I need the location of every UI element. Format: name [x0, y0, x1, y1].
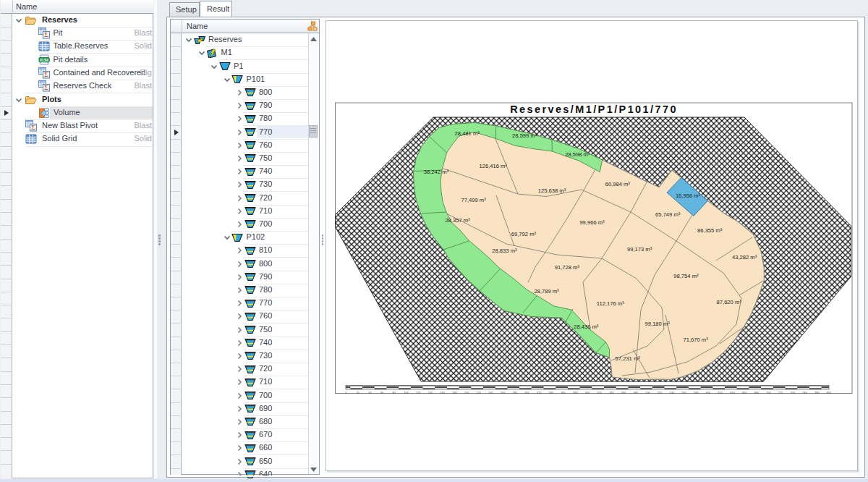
svg-text:125,638 m³: 125,638 m³ [538, 187, 566, 194]
svg-text:28,481 m³: 28,481 m³ [455, 130, 480, 137]
svg-text:320: 320 [537, 391, 542, 394]
svg-text:780: 780 [814, 391, 820, 394]
svg-text:220: 220 [476, 391, 481, 394]
svg-text:91,728 m³: 91,728 m³ [555, 264, 580, 271]
svg-text:28,598 m³: 28,598 m³ [565, 151, 590, 158]
svg-text:740: 740 [791, 391, 796, 394]
svg-text:460: 460 [621, 391, 626, 394]
svg-text:16,956 m³: 16,956 m³ [676, 193, 701, 199]
svg-text:280: 280 [512, 391, 517, 394]
svg-text:700: 700 [766, 391, 771, 394]
svg-text:480: 480 [633, 391, 638, 394]
svg-text:160: 160 [440, 391, 445, 394]
svg-text:800: 800 [827, 391, 832, 394]
svg-text:28,833 m³: 28,833 m³ [492, 248, 517, 254]
svg-text:20: 20 [356, 391, 359, 394]
svg-text:99,180 m³: 99,180 m³ [645, 321, 671, 327]
svg-text:200: 200 [464, 391, 469, 394]
svg-text:720: 720 [778, 391, 783, 394]
svg-text:240: 240 [488, 391, 493, 394]
svg-text:28,789 m³: 28,789 m³ [534, 288, 559, 295]
svg-text:98,754 m³: 98,754 m³ [673, 273, 699, 279]
svg-text:580: 580 [694, 391, 699, 394]
svg-text:87,620 m³: 87,620 m³ [717, 299, 742, 305]
svg-text:60,984 m³: 60,984 m³ [605, 181, 631, 187]
svg-text:260: 260 [501, 391, 506, 394]
svg-text:99,173 m³: 99,173 m³ [627, 246, 652, 253]
svg-text:760: 760 [802, 391, 807, 394]
svg-text:86,355 m³: 86,355 m³ [697, 227, 723, 234]
svg-text:80: 80 [393, 391, 396, 394]
svg-text:400: 400 [585, 391, 590, 394]
svg-text:28,436 m³: 28,436 m³ [574, 324, 599, 330]
svg-text:540: 540 [670, 391, 675, 394]
svg-text:440: 440 [609, 391, 614, 394]
svg-text:120: 120 [416, 391, 421, 394]
svg-text:140: 140 [428, 391, 433, 394]
svg-text:640: 640 [730, 391, 735, 394]
svg-text:71,670 m³: 71,670 m³ [683, 337, 708, 343]
svg-text:28,357 m³: 28,357 m³ [445, 217, 470, 224]
svg-text:360: 360 [561, 391, 566, 394]
svg-text:38,242 m³: 38,242 m³ [424, 169, 449, 175]
svg-text:660: 660 [742, 391, 747, 394]
svg-text:680: 680 [754, 391, 759, 394]
svg-text:60: 60 [380, 391, 384, 394]
svg-text:560: 560 [681, 391, 686, 394]
svg-text:43,282 m³: 43,282 m³ [732, 254, 757, 261]
svg-text:65,749 m³: 65,749 m³ [655, 211, 681, 218]
svg-text:180: 180 [452, 391, 457, 394]
svg-text:28,599 m³: 28,599 m³ [512, 132, 537, 139]
svg-text:112,176 m³: 112,176 m³ [597, 300, 624, 307]
svg-text:600: 600 [706, 391, 711, 394]
svg-text:500: 500 [645, 391, 650, 394]
svg-text:126,416 m³: 126,416 m³ [479, 163, 507, 169]
svg-text:99,966 m³: 99,966 m³ [579, 219, 605, 226]
svg-text:77,499 m³: 77,499 m³ [461, 197, 486, 203]
svg-text:100: 100 [404, 391, 409, 394]
svg-text:520: 520 [658, 391, 663, 394]
svg-text:57,231 m³: 57,231 m³ [616, 355, 641, 362]
svg-text:420: 420 [597, 391, 602, 394]
svg-text:40: 40 [368, 391, 372, 394]
svg-text:Reserves/M1/P1/P101/770: Reserves/M1/P1/P101/770 [510, 103, 678, 115]
svg-text:300: 300 [524, 391, 529, 394]
svg-text:69,792 m³: 69,792 m³ [511, 231, 537, 237]
svg-text:340: 340 [549, 391, 554, 394]
svg-text:620: 620 [718, 391, 723, 394]
svg-text:380: 380 [573, 391, 578, 394]
